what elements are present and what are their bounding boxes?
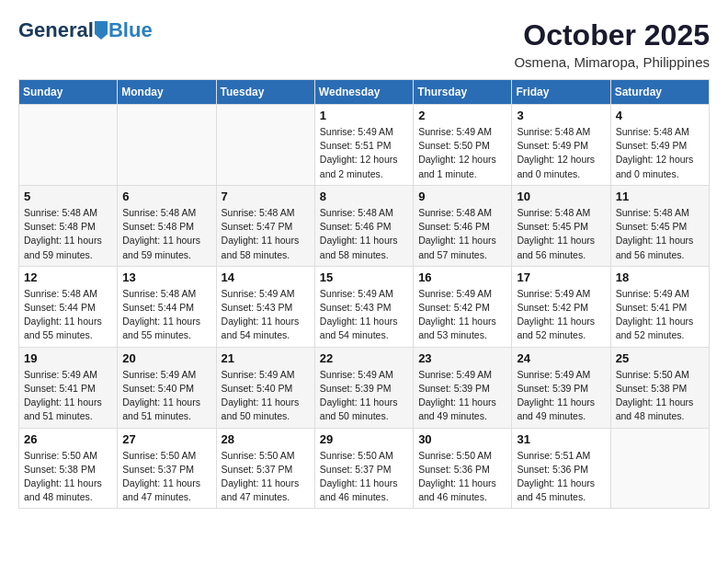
weekday-header: Thursday [414, 80, 512, 105]
svg-marker-0 [95, 21, 108, 40]
calendar-cell [19, 105, 118, 186]
day-number: 23 [418, 351, 506, 365]
day-number: 26 [24, 432, 112, 446]
calendar-cell: 25Sunrise: 5:50 AM Sunset: 5:38 PM Dayli… [610, 347, 709, 428]
logo-icon [95, 21, 108, 40]
weekday-header: Monday [118, 80, 216, 105]
day-number: 19 [24, 351, 112, 365]
calendar-cell: 19Sunrise: 5:49 AM Sunset: 5:41 PM Dayli… [19, 347, 118, 428]
calendar-cell: 11Sunrise: 5:48 AM Sunset: 5:45 PM Dayli… [610, 185, 709, 266]
day-number: 30 [418, 432, 506, 446]
day-info: Sunrise: 5:49 AM Sunset: 5:50 PM Dayligh… [418, 125, 506, 181]
day-number: 9 [418, 190, 506, 203]
calendar-cell: 10Sunrise: 5:48 AM Sunset: 5:45 PM Dayli… [512, 185, 610, 266]
calendar-cell: 20Sunrise: 5:49 AM Sunset: 5:40 PM Dayli… [118, 347, 216, 428]
day-number: 8 [320, 190, 408, 203]
day-number: 20 [122, 351, 210, 365]
day-info: Sunrise: 5:51 AM Sunset: 5:36 PM Dayligh… [517, 449, 605, 505]
calendar-week-row: 12Sunrise: 5:48 AM Sunset: 5:44 PM Dayli… [19, 266, 710, 347]
day-number: 24 [517, 351, 605, 365]
header: General Blue October 2025 Osmena, Mimaro… [18, 18, 710, 70]
calendar-cell: 5Sunrise: 5:48 AM Sunset: 5:48 PM Daylig… [19, 185, 118, 266]
day-number: 12 [24, 270, 112, 284]
day-info: Sunrise: 5:50 AM Sunset: 5:38 PM Dayligh… [616, 368, 704, 424]
calendar-week-row: 19Sunrise: 5:49 AM Sunset: 5:41 PM Dayli… [19, 347, 710, 428]
day-info: Sunrise: 5:48 AM Sunset: 5:46 PM Dayligh… [418, 206, 506, 262]
day-number: 29 [320, 432, 408, 446]
calendar-header-row: SundayMondayTuesdayWednesdayThursdayFrid… [19, 80, 710, 105]
logo-general: General [18, 18, 94, 42]
day-number: 27 [122, 432, 210, 446]
calendar-cell [118, 105, 216, 186]
calendar-cell: 28Sunrise: 5:50 AM Sunset: 5:37 PM Dayli… [216, 428, 314, 509]
page-container: General Blue October 2025 Osmena, Mimaro… [0, 0, 728, 518]
day-info: Sunrise: 5:50 AM Sunset: 5:37 PM Dayligh… [222, 449, 310, 505]
day-info: Sunrise: 5:48 AM Sunset: 5:47 PM Dayligh… [222, 206, 310, 262]
calendar-cell: 1Sunrise: 5:49 AM Sunset: 5:51 PM Daylig… [314, 105, 413, 186]
calendar-cell: 13Sunrise: 5:48 AM Sunset: 5:44 PM Dayli… [118, 266, 216, 347]
calendar-cell: 4Sunrise: 5:48 AM Sunset: 5:49 PM Daylig… [610, 105, 709, 186]
calendar-cell: 15Sunrise: 5:49 AM Sunset: 5:43 PM Dayli… [314, 266, 413, 347]
calendar-week-row: 1Sunrise: 5:49 AM Sunset: 5:51 PM Daylig… [19, 105, 710, 186]
weekday-header: Saturday [610, 80, 709, 105]
day-info: Sunrise: 5:50 AM Sunset: 5:37 PM Dayligh… [320, 449, 408, 505]
day-number: 31 [517, 432, 605, 446]
day-info: Sunrise: 5:49 AM Sunset: 5:41 PM Dayligh… [616, 287, 704, 343]
day-number: 5 [24, 190, 112, 203]
logo-text: General Blue [18, 18, 153, 42]
day-info: Sunrise: 5:48 AM Sunset: 5:48 PM Dayligh… [122, 206, 210, 262]
calendar-cell: 8Sunrise: 5:48 AM Sunset: 5:46 PM Daylig… [314, 185, 413, 266]
day-number: 15 [320, 270, 408, 284]
day-info: Sunrise: 5:49 AM Sunset: 5:42 PM Dayligh… [418, 287, 506, 343]
weekday-header: Friday [512, 80, 610, 105]
calendar-cell: 21Sunrise: 5:49 AM Sunset: 5:40 PM Dayli… [216, 347, 314, 428]
calendar-cell: 3Sunrise: 5:48 AM Sunset: 5:49 PM Daylig… [512, 105, 610, 186]
day-info: Sunrise: 5:50 AM Sunset: 5:37 PM Dayligh… [122, 449, 210, 505]
calendar-cell: 2Sunrise: 5:49 AM Sunset: 5:50 PM Daylig… [414, 105, 512, 186]
day-info: Sunrise: 5:49 AM Sunset: 5:42 PM Dayligh… [517, 287, 605, 343]
day-info: Sunrise: 5:48 AM Sunset: 5:44 PM Dayligh… [122, 287, 210, 343]
calendar-cell: 22Sunrise: 5:49 AM Sunset: 5:39 PM Dayli… [314, 347, 413, 428]
calendar-cell: 16Sunrise: 5:49 AM Sunset: 5:42 PM Dayli… [414, 266, 512, 347]
day-info: Sunrise: 5:49 AM Sunset: 5:39 PM Dayligh… [418, 368, 506, 424]
day-number: 18 [616, 270, 704, 284]
day-info: Sunrise: 5:49 AM Sunset: 5:51 PM Dayligh… [320, 125, 408, 181]
calendar-cell: 6Sunrise: 5:48 AM Sunset: 5:48 PM Daylig… [118, 185, 216, 266]
day-info: Sunrise: 5:49 AM Sunset: 5:43 PM Dayligh… [320, 287, 408, 343]
calendar-cell: 27Sunrise: 5:50 AM Sunset: 5:37 PM Dayli… [118, 428, 216, 509]
month-title: October 2025 [514, 18, 710, 52]
day-info: Sunrise: 5:49 AM Sunset: 5:40 PM Dayligh… [222, 368, 310, 424]
day-info: Sunrise: 5:48 AM Sunset: 5:45 PM Dayligh… [517, 206, 605, 262]
calendar-cell: 9Sunrise: 5:48 AM Sunset: 5:46 PM Daylig… [414, 185, 512, 266]
day-number: 1 [320, 109, 408, 122]
day-number: 4 [616, 109, 704, 122]
logo: General Blue [18, 18, 153, 42]
location: Osmena, Mimaropa, Philippines [514, 54, 710, 70]
day-number: 28 [222, 432, 310, 446]
day-number: 16 [418, 270, 506, 284]
day-info: Sunrise: 5:48 AM Sunset: 5:48 PM Dayligh… [24, 206, 112, 262]
calendar-cell: 26Sunrise: 5:50 AM Sunset: 5:38 PM Dayli… [19, 428, 118, 509]
calendar-table: SundayMondayTuesdayWednesdayThursdayFrid… [18, 79, 710, 509]
calendar-cell: 23Sunrise: 5:49 AM Sunset: 5:39 PM Dayli… [414, 347, 512, 428]
day-info: Sunrise: 5:48 AM Sunset: 5:49 PM Dayligh… [616, 125, 704, 181]
day-number: 13 [122, 270, 210, 284]
calendar-cell: 17Sunrise: 5:49 AM Sunset: 5:42 PM Dayli… [512, 266, 610, 347]
weekday-header: Sunday [19, 80, 118, 105]
day-info: Sunrise: 5:48 AM Sunset: 5:44 PM Dayligh… [24, 287, 112, 343]
calendar-cell: 24Sunrise: 5:49 AM Sunset: 5:39 PM Dayli… [512, 347, 610, 428]
day-number: 11 [616, 190, 704, 203]
day-number: 3 [517, 109, 605, 122]
day-info: Sunrise: 5:50 AM Sunset: 5:38 PM Dayligh… [24, 449, 112, 505]
calendar-cell: 18Sunrise: 5:49 AM Sunset: 5:41 PM Dayli… [610, 266, 709, 347]
day-number: 22 [320, 351, 408, 365]
day-number: 2 [418, 109, 506, 122]
day-number: 17 [517, 270, 605, 284]
calendar-cell: 12Sunrise: 5:48 AM Sunset: 5:44 PM Dayli… [19, 266, 118, 347]
calendar-cell [610, 428, 709, 509]
weekday-header: Wednesday [314, 80, 413, 105]
calendar-cell: 14Sunrise: 5:49 AM Sunset: 5:43 PM Dayli… [216, 266, 314, 347]
calendar-week-row: 26Sunrise: 5:50 AM Sunset: 5:38 PM Dayli… [19, 428, 710, 509]
day-number: 25 [616, 351, 704, 365]
day-info: Sunrise: 5:48 AM Sunset: 5:49 PM Dayligh… [517, 125, 605, 181]
